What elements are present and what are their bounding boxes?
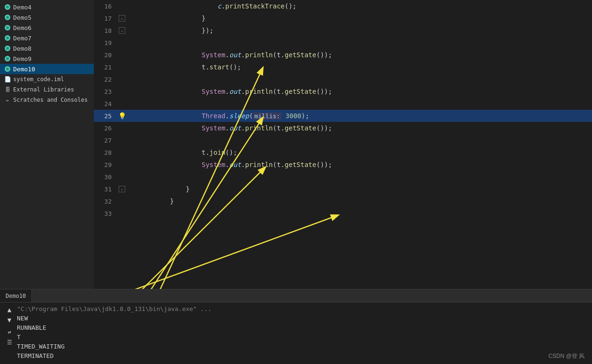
console-tab-bar: Demo10 [0, 289, 592, 303]
demo7-icon [4, 34, 11, 42]
fold-icon-18[interactable]: - [119, 27, 125, 34]
sidebar-label-systemcode: system_code.iml [13, 76, 64, 83]
console-output-terminated: TERMINATED [17, 351, 588, 361]
line-num-23: 23 [94, 88, 117, 95]
file-icon: 📄 [4, 76, 11, 83]
console-content: ▲ ▼ ⇌ ☰ "C:\Program Files\Java\jdk1.8.0_… [0, 303, 592, 364]
console-left-bar: ▲ ▼ ⇌ ☰ [4, 304, 15, 362]
code-editor[interactable]: 16 c.printStackTrace(); 17 - } [94, 0, 592, 289]
console-area: Demo10 ▲ ▼ ⇌ ☰ "C:\Program Files\Java\jd… [0, 289, 592, 364]
code-line-26: 26 System.out.println(t.getState()); [94, 122, 592, 134]
gutter-18: - [117, 27, 127, 34]
sidebar-label-demo5: Demo5 [13, 14, 31, 21]
sidebar-label-demo4: Demo4 [13, 4, 31, 11]
code-line-32: 32 } [94, 195, 592, 207]
line-num-24: 24 [94, 100, 117, 107]
sidebar-label-scratches: Scratches and Consoles [13, 97, 88, 103]
console-tab-label: Demo10 [6, 293, 26, 299]
output-timed: TIMED_WAITING [17, 343, 65, 350]
output-runnable: RUNNABLE [17, 324, 46, 331]
sidebar-item-extlibs[interactable]: 🗄 External Libraries [0, 84, 94, 95]
code-area: 16 c.printStackTrace(); 17 - } [94, 0, 592, 289]
sidebar-item-systemcode[interactable]: 📄 system_code.iml [0, 74, 94, 84]
line-num-22: 22 [94, 76, 117, 83]
console-output-new: NEW [17, 314, 588, 323]
gutter-25: 💡 [117, 112, 127, 120]
sidebar-label-extlibs: External Libraries [13, 86, 74, 93]
console-cmd-line: "C:\Program Files\Java\jdk1.8.0_131\bin\… [17, 304, 588, 314]
demo8-icon [4, 45, 11, 52]
line-num-25: 25 [94, 113, 117, 120]
code-line-33: 33 [94, 207, 592, 220]
console-cmd-text: "C:\Program Files\Java\jdk1.8.0_131\bin\… [17, 305, 212, 312]
watermark: CSDN @登 风 [548, 352, 584, 360]
wrap-button[interactable]: ⇌ [5, 328, 14, 336]
sidebar-item-demo10[interactable]: Demo10 [0, 64, 94, 74]
demo4-icon [4, 3, 11, 11]
line-num-29: 29 [94, 161, 117, 168]
line-num-28: 28 [94, 149, 117, 156]
output-new: NEW [17, 315, 28, 322]
line-num-33: 33 [94, 210, 117, 217]
demo10-icon [4, 65, 11, 73]
line-num-31: 31 [94, 186, 117, 193]
code-line-21: 21 t.start(); [94, 61, 592, 73]
output-terminated: TERMINATED [17, 352, 53, 359]
line-num-27: 27 [94, 137, 117, 144]
fold-icon-31[interactable]: - [119, 186, 125, 192]
sidebar-item-demo9[interactable]: Demo9 [0, 53, 94, 64]
console-output-t: T [17, 333, 588, 342]
line-num-30: 30 [94, 174, 117, 181]
sidebar-label-demo6: Demo6 [13, 24, 31, 31]
line-num-26: 26 [94, 125, 117, 132]
demo6-icon [4, 24, 11, 31]
sidebar-item-demo5[interactable]: Demo5 [0, 12, 94, 23]
code-line-18: 18 - }); [94, 24, 592, 37]
sidebar: Demo4 Demo5 Demo6 Demo7 Demo8 Demo9 Demo… [0, 0, 94, 289]
hint-icon-25: 💡 [118, 112, 126, 120]
sidebar-item-demo6[interactable]: Demo6 [0, 23, 94, 33]
sidebar-item-demo4[interactable]: Demo4 [0, 2, 94, 12]
sidebar-item-demo7[interactable]: Demo7 [0, 33, 94, 43]
line-num-19: 19 [94, 39, 117, 46]
line-num-20: 20 [94, 52, 117, 59]
gutter-31: - [117, 186, 127, 192]
line-num-17: 17 [94, 15, 117, 22]
sidebar-label-demo9: Demo9 [13, 55, 31, 62]
demo5-icon [4, 14, 11, 21]
code-line-23: 23 System.out.println(t.getState()); [94, 85, 592, 98]
library-icon: 🗄 [4, 86, 11, 93]
main-area: Demo4 Demo5 Demo6 Demo7 Demo8 Demo9 Demo… [0, 0, 592, 289]
console-output-timed: TIMED_WAITING [17, 342, 588, 351]
watermark-text: CSDN @登 风 [548, 353, 584, 359]
fold-icon-17[interactable]: - [119, 15, 125, 22]
scratch-icon: ✏ [4, 96, 11, 104]
line-num-21: 21 [94, 64, 117, 71]
console-output: "C:\Program Files\Java\jdk1.8.0_131\bin\… [15, 304, 588, 362]
line-num-16: 16 [94, 3, 117, 10]
line-num-32: 32 [94, 198, 117, 205]
sidebar-label-demo7: Demo7 [13, 35, 31, 42]
code-line-29: 29 System.out.println(t.getState()); [94, 159, 592, 171]
sidebar-item-scratches[interactable]: ✏ Scratches and Consoles [0, 95, 94, 105]
sidebar-label-demo10: Demo10 [13, 66, 35, 73]
filter-button[interactable]: ☰ [5, 338, 14, 347]
gutter-17: - [117, 15, 127, 22]
console-tab-demo10[interactable]: Demo10 [0, 289, 32, 302]
line-num-18: 18 [94, 27, 117, 34]
output-t: T [17, 334, 21, 341]
console-output-runnable: RUNNABLE [17, 323, 588, 333]
scroll-down-button[interactable]: ▼ [5, 316, 14, 324]
demo9-icon [4, 55, 11, 62]
scroll-up-button[interactable]: ▲ [5, 305, 14, 314]
sidebar-label-demo8: Demo8 [13, 45, 31, 52]
sidebar-item-demo8[interactable]: Demo8 [0, 43, 94, 53]
